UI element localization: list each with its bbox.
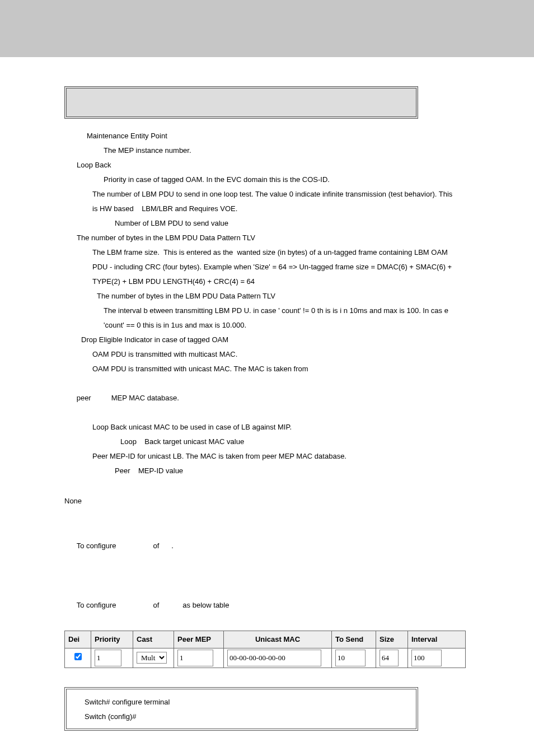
unicast-mac-input[interactable]: 00-00-00-00-00-00 [227,650,321,666]
th-cast: Cast [133,631,174,648]
th-priority: Priority [91,631,133,648]
cast-select[interactable]: Multi [137,652,167,664]
text-fragment: To configure [77,601,116,609]
text-line: None [64,494,470,508]
th-size: Size [376,631,408,648]
text-line: The number of bytes in the LBM PDU Data … [64,231,470,245]
th-unicast-mac: Unicast MAC [224,631,332,648]
text-fragment: To configure [77,542,116,550]
top-framed-box [64,86,418,119]
text-line: OAM PDU is transmitted with unicast MAC.… [64,362,470,376]
text-line: The number of LBM PDU to send in one loo… [64,187,470,202]
text-line: PDU - including CRC (four bytes). Exampl… [64,260,470,274]
text-fragment: peer [77,394,91,402]
size-input[interactable]: 64 [380,650,399,666]
text-line: Loop Back target unicast MAC value [64,435,470,449]
main-content: Maintenance Entity Point The MEP instanc… [0,57,534,753]
text-line: TYPE(2) + LBM PDU LENGTH(46) + CRC(4) = … [64,274,470,289]
text-fragment: . [171,542,174,550]
text-fragment: MEP MAC database. [111,394,179,402]
interval-input[interactable]: 100 [411,650,442,666]
header-banner [0,0,534,57]
terminal-line: Switch (config)# [85,710,398,724]
text-line: The LBM frame size. This is entered as t… [64,245,470,260]
text-line: Number of LBM PDU to send value [64,216,470,231]
table-header-row: Dei Priority Cast Peer MEP Unicast MAC T… [65,631,466,648]
text-line: 'count' == 0 this is in 1us and max is 1… [64,318,470,333]
dei-checkbox[interactable] [74,653,82,660]
text-line: OAM PDU is transmitted with multicast MA… [64,347,470,362]
text-line: is HW based LBM/LBR and Requires VOE. [64,202,470,216]
text-line: Drop Eligible Indicator in case of tagge… [64,333,470,347]
th-peer-mep: Peer MEP [174,631,224,648]
page-number: -249- [0,753,534,756]
text-line: The number of bytes in the LBM PDU Data … [64,289,470,304]
th-to-send: To Send [332,631,376,648]
text-fragment: of [153,601,160,609]
config-table: Dei Priority Cast Peer MEP Unicast MAC T… [64,631,466,668]
text-line: Loop Back unicast MAC to be used in case… [64,420,470,435]
text-line: peerMEP MAC database. [64,376,470,420]
text-line: Peer MEP-ID for unicast LB. The MAC is t… [64,449,470,464]
th-interval: Interval [408,631,466,648]
priority-input[interactable]: 1 [95,650,121,666]
to-send-input[interactable]: 10 [335,650,366,666]
text-line: To configureof. [64,524,470,568]
table-row: 1 Multi 1 00-00-00-00-00-00 10 64 100 [65,648,466,668]
text-fragment: as below table [182,601,229,609]
text-line: The MEP instance number. [64,143,470,158]
th-dei: Dei [65,631,91,648]
text-fragment: of [153,542,160,550]
text-line: Maintenance Entity Point [64,129,470,143]
terminal-box: Switch# configure terminal Switch (confi… [64,687,418,731]
text-line: Loop Back [64,158,470,172]
text-line: Peer MEP-ID value [64,464,470,478]
text-line: Priority in case of tagged OAM. In the E… [64,172,470,187]
terminal-line: Switch# configure terminal [85,695,398,710]
text-line: To configureofas below table [64,584,470,627]
text-line: The interval b etween transmitting LBM P… [64,304,470,318]
peer-mep-input[interactable]: 1 [177,650,213,666]
